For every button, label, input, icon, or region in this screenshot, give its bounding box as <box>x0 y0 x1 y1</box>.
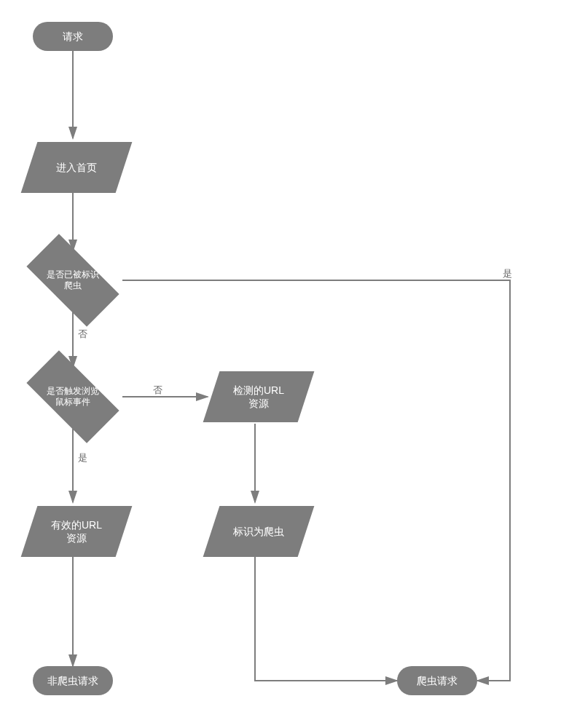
decision-mouse-event-label: 是否触发浏览鼠标事件 <box>44 386 102 408</box>
edge-label-yes-2: 是 <box>78 451 87 464</box>
edge-label-yes-1: 是 <box>503 267 512 280</box>
connectors-layer <box>0 0 577 728</box>
edge-label-no-1: 否 <box>78 328 87 341</box>
edge-label-no-2: 否 <box>153 384 162 397</box>
decision-marked-crawler-label: 是否已被标识爬虫 <box>44 269 102 291</box>
